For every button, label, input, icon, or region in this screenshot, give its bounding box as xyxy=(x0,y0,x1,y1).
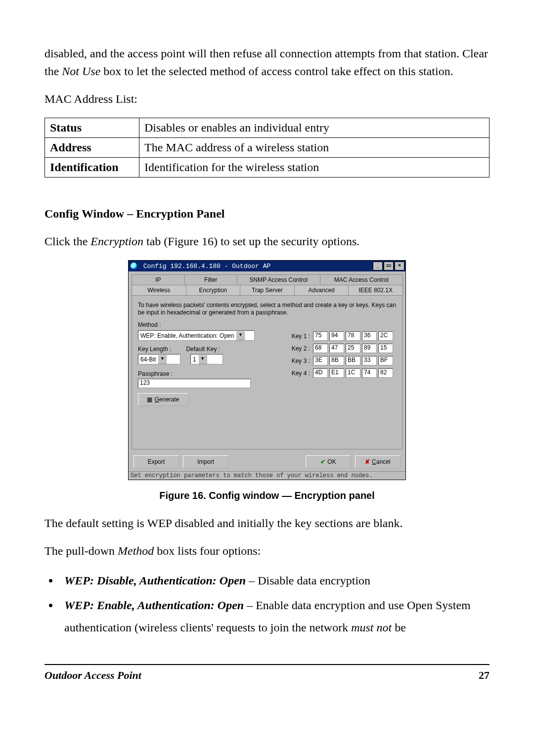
cancel-button[interactable]: ✘ Cancel xyxy=(355,455,400,468)
tab-ip[interactable]: IP xyxy=(132,274,185,285)
method-label: Method : xyxy=(138,321,161,328)
paragraph: The default setting is WEP disabled and … xyxy=(44,514,490,532)
tab-wireless[interactable]: Wireless xyxy=(132,285,186,295)
keylen-dropdown[interactable]: 64-Bit ▼ xyxy=(138,354,180,364)
key-row-1: Key 1 : 75 94 78 36 2C xyxy=(287,331,393,341)
cell-desc: The MAC address of a wireless station xyxy=(139,138,490,158)
key-cell[interactable]: 82 xyxy=(378,368,393,378)
key-cell[interactable]: BF xyxy=(378,356,393,365)
cell-desc: Disables or enables an individual entry xyxy=(139,118,490,138)
import-button[interactable]: Import xyxy=(183,455,228,468)
method-em: Method xyxy=(118,544,154,557)
list-item: WEP: Disable, Authentication: Open – Dis… xyxy=(59,570,490,592)
key-cell[interactable]: 74 xyxy=(362,368,377,378)
list-item: WEP: Enable, Authentication: Open – Enab… xyxy=(59,594,490,639)
table-row: Status Disables or enables an individual… xyxy=(45,118,490,138)
ok-button[interactable]: ✔ OK xyxy=(306,455,351,468)
generate-button[interactable]: ▦ Generate xyxy=(138,393,188,406)
key-cell[interactable]: 25 xyxy=(346,344,360,353)
section-intro: Click the Encryption tab (Figure 16) to … xyxy=(44,232,490,250)
key-cell[interactable]: 89 xyxy=(362,344,377,353)
table-row: Identification Identification for the wi… xyxy=(45,158,490,178)
method-options-list: WEP: Disable, Authentication: Open – Dis… xyxy=(59,570,490,639)
cell-desc: Identification for the wireless station xyxy=(139,158,490,178)
key-cell[interactable]: BB xyxy=(346,356,360,365)
button-row: Export Import ✔ OK ✘ Cancel xyxy=(129,452,405,471)
text: box to let the selected method of access… xyxy=(103,65,453,78)
key-label: Key 3 : xyxy=(287,357,310,364)
tab-snmp[interactable]: SNMP Access Control xyxy=(237,274,320,285)
mac-list-heading: MAC Address List: xyxy=(44,90,490,108)
key-cell[interactable]: 15 xyxy=(378,344,393,353)
keylen-value: 64-Bit xyxy=(140,356,156,363)
config-window-figure: Config 192.168.4.180 - Outdoor AP _ ▭ × … xyxy=(44,260,490,480)
not-use-em: Not Use xyxy=(62,65,100,78)
text: box lists four options: xyxy=(157,544,261,557)
keylen-label: Key Length : xyxy=(138,346,171,353)
key-row-4: Key 4 : 4D E1 1C 74 82 xyxy=(287,368,393,378)
ok-label: OK xyxy=(327,458,336,465)
tab-filter[interactable]: Filter xyxy=(184,274,238,285)
chevron-down-icon: ▼ xyxy=(236,331,245,340)
figure-caption: Figure 16. Config window — Encryption pa… xyxy=(44,490,490,501)
intro-paragraph: disabled, and the access point will then… xyxy=(44,44,490,80)
generate-label: Generate xyxy=(154,396,179,403)
key-cell[interactable]: 1C xyxy=(346,368,360,378)
generate-icon: ▦ xyxy=(147,396,152,403)
key-cell[interactable]: 94 xyxy=(329,331,344,341)
encryption-em: Encryption xyxy=(90,235,143,248)
key-label: Key 1 : xyxy=(287,333,310,340)
x-icon: ✘ xyxy=(365,458,370,465)
panel-intro: To have wireless packets' contents encry… xyxy=(138,302,396,316)
export-button[interactable]: Export xyxy=(134,455,179,468)
text: Click the xyxy=(44,235,90,248)
tab-trap[interactable]: Trap Server xyxy=(240,285,295,295)
tab-mac[interactable]: MAC Access Control xyxy=(320,274,403,285)
key-cell[interactable]: E1 xyxy=(329,368,344,378)
paragraph: The pull-down Method box lists four opti… xyxy=(44,542,490,560)
check-icon: ✔ xyxy=(320,458,325,465)
passphrase-input[interactable]: 123 xyxy=(138,379,251,388)
close-button[interactable]: × xyxy=(395,262,404,270)
tab-advanced[interactable]: Advanced xyxy=(294,285,349,295)
cell-label: Identification xyxy=(45,158,139,178)
defkey-value: 1 xyxy=(193,356,196,363)
key-cell[interactable]: 3E xyxy=(313,356,328,365)
tab-encryption[interactable]: Encryption xyxy=(186,285,241,295)
key-cell[interactable]: 33 xyxy=(362,356,377,365)
key-row-3: Key 3 : 3E 8B BB 33 BF xyxy=(287,356,393,365)
status-bar: Set encryption parameters to match those… xyxy=(129,471,405,480)
key-cell[interactable]: 2C xyxy=(378,331,393,341)
minimize-button[interactable]: _ xyxy=(373,262,383,270)
method-dropdown[interactable]: WEP: Enable, Authentication: Open ▼ xyxy=(138,330,255,341)
must-not-em: must not xyxy=(351,621,392,634)
key-label: Key 2 : xyxy=(287,345,310,352)
chevron-down-icon: ▼ xyxy=(158,355,167,364)
titlebar[interactable]: Config 192.168.4.180 - Outdoor AP _ ▭ × xyxy=(129,261,405,271)
key-cell[interactable]: 78 xyxy=(346,331,360,341)
key-cell[interactable]: 36 xyxy=(362,331,377,341)
method-value: WEP: Enable, Authentication: Open xyxy=(140,332,234,339)
encryption-panel: To have wireless packets' contents encry… xyxy=(132,295,402,449)
defkey-dropdown[interactable]: 1 ▼ xyxy=(190,354,223,364)
footer-title: Outdoor Access Point xyxy=(44,669,141,682)
key-cell[interactable]: 4D xyxy=(313,368,328,378)
restore-button[interactable]: ▭ xyxy=(384,262,394,270)
text: The pull-down xyxy=(44,544,118,557)
app-icon xyxy=(131,263,137,269)
opt-name: WEP: Enable, Authentication: Open xyxy=(64,599,244,612)
key-cell[interactable]: 68 xyxy=(313,344,328,353)
opt-name: WEP: Disable, Authentication: Open xyxy=(64,574,246,587)
window-title: Config 192.168.4.180 - Outdoor AP xyxy=(143,263,270,270)
tab-8021x[interactable]: IEEE 802.1X xyxy=(348,285,403,295)
defkey-label: Default Key : xyxy=(186,346,220,353)
key-cell[interactable]: 8B xyxy=(329,356,344,365)
page-number: 27 xyxy=(479,669,490,682)
cell-label: Address xyxy=(45,138,139,158)
key-cell[interactable]: 47 xyxy=(329,344,344,353)
key-cell[interactable]: 75 xyxy=(313,331,328,341)
key-row-2: Key 2 : 68 47 25 89 15 xyxy=(287,344,393,353)
page-footer: Outdoor Access Point 27 xyxy=(44,664,490,682)
key-grid: Key 1 : 75 94 78 36 2C Key 2 : 68 47 25 … xyxy=(287,331,393,381)
tabstrip: IP Filter SNMP Access Control MAC Access… xyxy=(129,271,405,295)
